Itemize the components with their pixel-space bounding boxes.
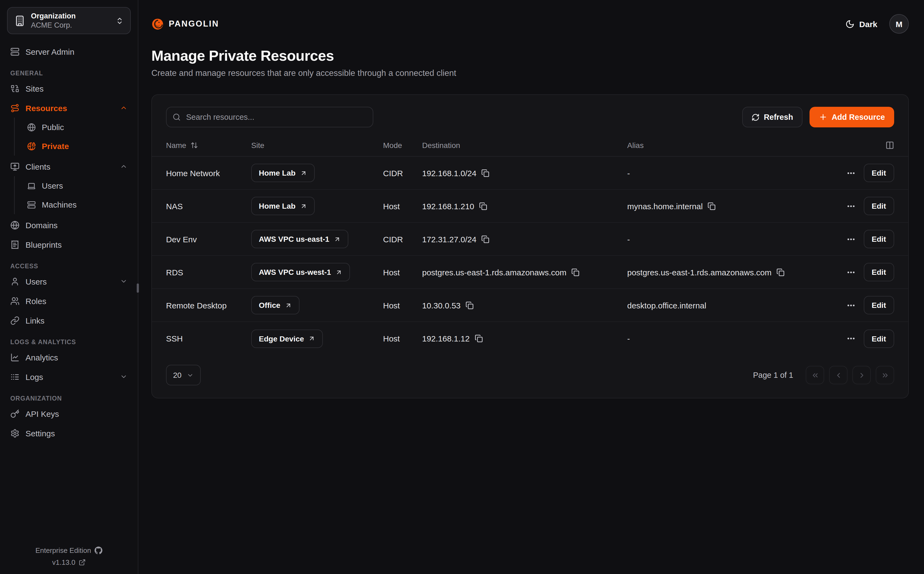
sidebar-item-settings[interactable]: Settings: [7, 423, 131, 443]
site-link-edge-device[interactable]: Edge Device: [251, 329, 323, 348]
table-row-home-network: Home NetworkHome LabCIDR192.168.1.0/24-E…: [152, 157, 908, 190]
sidebar-item-label: Links: [25, 316, 128, 325]
next-page-button[interactable]: [852, 366, 871, 384]
site-link-home-lab[interactable]: Home Lab: [251, 197, 315, 215]
table-row-ssh: SSHEdge DeviceHost192.168.1.12-Edit: [152, 322, 908, 355]
last-page-button[interactable]: [876, 366, 894, 384]
sidebar-item-links[interactable]: Links: [7, 311, 131, 330]
copy-icon: [707, 202, 716, 210]
edit-button[interactable]: Edit: [864, 329, 894, 348]
sidebar-item-label: Blueprints: [25, 240, 128, 249]
external-link-icon: [79, 559, 86, 566]
page-size-select[interactable]: 20: [166, 365, 201, 385]
row-menu-button[interactable]: [846, 168, 855, 178]
site-link-aws-vpc-us-east-1[interactable]: AWS VPC us-east-1: [251, 230, 348, 248]
copy-icon: [479, 202, 487, 210]
sidebar-item-resources[interactable]: Resources: [7, 98, 131, 118]
brand[interactable]: PANGOLIN: [151, 17, 219, 30]
row-menu-button[interactable]: [846, 235, 855, 244]
nav-section-label-organization: ORGANIZATION: [10, 395, 128, 402]
sidebar-item-label: Users: [42, 181, 128, 190]
sidebar-item-domains[interactable]: Domains: [7, 215, 131, 235]
ellipsis-icon: [846, 301, 855, 310]
row-menu-button[interactable]: [846, 201, 855, 211]
site-link-office[interactable]: Office: [251, 296, 299, 314]
edition-label: Enterprise Edition: [35, 546, 91, 555]
edit-button[interactable]: Edit: [864, 164, 894, 182]
sidebar-item-label: API Keys: [25, 409, 128, 418]
refresh-button[interactable]: Refresh: [742, 107, 802, 128]
sidebar-item-blueprints[interactable]: Blueprints: [7, 235, 131, 254]
row-menu-button[interactable]: [846, 268, 855, 277]
columns-icon[interactable]: [886, 141, 894, 149]
resource-destination: 10.30.0.53: [422, 301, 460, 310]
chevrons-left-icon: [811, 371, 819, 379]
resource-destination: 192.168.1.210: [422, 201, 474, 211]
site-name: Home Lab: [259, 202, 296, 210]
avatar[interactable]: M: [889, 14, 909, 34]
route-icon: [10, 103, 19, 112]
copy-button[interactable]: [481, 235, 489, 243]
sidebar-item-clients[interactable]: Clients: [7, 157, 131, 176]
edition-link[interactable]: Enterprise Edition: [35, 546, 102, 555]
site-link-home-lab[interactable]: Home Lab: [251, 164, 315, 182]
sidebar-footer: Enterprise Edition v1.13.0: [0, 546, 138, 566]
resource-name: Dev Env: [166, 235, 197, 244]
sidebar-nav: Server AdminGENERALSitesResourcesPublicP…: [7, 42, 131, 443]
sidebar-resize-handle[interactable]: [137, 284, 139, 293]
row-menu-button[interactable]: [846, 301, 855, 310]
ellipsis-icon: [846, 334, 855, 343]
sidebar-item-machines[interactable]: Machines: [24, 195, 131, 214]
resource-name: SSH: [166, 334, 183, 343]
version-link[interactable]: v1.13.0: [52, 558, 85, 566]
column-header-destination: Destination: [422, 141, 627, 149]
app-root: Organization ACME Corp. Server AdminGENE…: [0, 0, 924, 574]
copy-button[interactable]: [777, 268, 785, 276]
sidebar-item-sites[interactable]: Sites: [7, 79, 131, 98]
sidebar-item-analytics[interactable]: Analytics: [7, 347, 131, 367]
copy-button[interactable]: [707, 202, 716, 210]
sidebar-item-users[interactable]: Users: [7, 271, 131, 291]
arrow-up-down-icon: [191, 141, 198, 149]
globe-icon: [10, 220, 19, 230]
chevron-right-icon: [858, 371, 865, 379]
resource-destination: postgres.us-east-1.rds.amazonaws.com: [422, 268, 566, 277]
arrow-up-right-icon: [335, 268, 342, 276]
card-toolbar: Refresh Add Resource: [152, 95, 908, 134]
sidebar-item-roles[interactable]: Roles: [7, 291, 131, 311]
copy-button[interactable]: [475, 334, 483, 342]
copy-button[interactable]: [465, 301, 474, 309]
edit-button[interactable]: Edit: [864, 230, 894, 248]
search-input[interactable]: [166, 107, 373, 128]
prev-page-button[interactable]: [829, 366, 848, 384]
sidebar-item-public[interactable]: Public: [24, 118, 131, 137]
copy-button[interactable]: [481, 169, 489, 177]
copy-button[interactable]: [571, 268, 579, 276]
page-title: Manage Private Resources: [151, 48, 909, 65]
theme-toggle[interactable]: Dark: [845, 19, 877, 28]
add-resource-button[interactable]: Add Resource: [809, 107, 894, 128]
resource-mode: Host: [383, 301, 400, 310]
sidebar-item-label: Logs: [25, 372, 114, 381]
server-icon: [10, 47, 19, 56]
row-menu-button[interactable]: [846, 334, 855, 343]
monitor-up-icon: [10, 162, 19, 171]
first-page-button[interactable]: [806, 366, 824, 384]
table-row-dev-env: Dev EnvAWS VPC us-east-1CIDR172.31.27.0/…: [152, 223, 908, 256]
org-selector[interactable]: Organization ACME Corp.: [7, 7, 131, 34]
site-link-aws-vpc-us-west-1[interactable]: AWS VPC us-west-1: [251, 263, 350, 281]
chevron-down-icon: [120, 278, 128, 285]
sidebar-item-api-keys[interactable]: API Keys: [7, 404, 131, 423]
edit-button[interactable]: Edit: [864, 296, 894, 314]
sidebar-item-users[interactable]: Users: [24, 176, 131, 195]
column-header-name[interactable]: Name: [166, 141, 251, 149]
sidebar-item-label: Public: [42, 123, 128, 132]
sidebar-item-private[interactable]: Private: [24, 137, 131, 156]
sidebar-item-logs[interactable]: Logs: [7, 367, 131, 386]
sidebar-item-server-admin[interactable]: Server Admin: [7, 42, 131, 61]
edit-button[interactable]: Edit: [864, 263, 894, 281]
resource-mode: Host: [383, 268, 400, 277]
edit-button[interactable]: Edit: [864, 197, 894, 215]
copy-button[interactable]: [479, 202, 487, 210]
key-icon: [10, 409, 19, 418]
